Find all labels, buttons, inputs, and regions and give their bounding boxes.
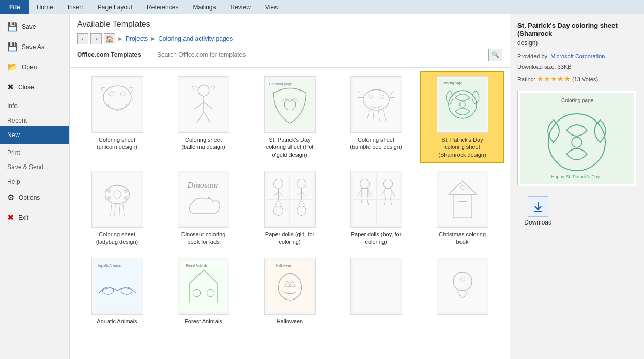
template-item-14[interactable]: [334, 252, 418, 330]
menu-bar: File Home Insert Page Layout References …: [0, 0, 644, 14]
sidebar-label-open: Open: [22, 64, 37, 71]
template-thumb-15: [437, 258, 488, 315]
sidebar-label-options: Options: [19, 194, 40, 201]
template-item-12[interactable]: Forest Animals Forest Animals: [161, 252, 246, 330]
search-input[interactable]: [154, 49, 489, 61]
template-item-15[interactable]: [420, 252, 504, 330]
menu-review[interactable]: Review: [223, 0, 257, 14]
template-label-1: Coloring sheet (unicorn design): [89, 136, 146, 151]
stars: ★★★★★: [537, 74, 571, 83]
svg-rect-7: [267, 79, 313, 130]
template-thumb-2: [178, 76, 229, 133]
svg-text:Coloring page: Coloring page: [441, 81, 462, 85]
sidebar-item-close[interactable]: ✖ Close: [0, 77, 69, 97]
search-bar-row: Office.com Templates 🔍: [77, 49, 502, 61]
sidebar-item-new[interactable]: New: [0, 126, 69, 144]
template-label-7: Dinosaur coloring book for kids: [175, 231, 232, 246]
template-item-13[interactable]: Halloween Halloween: [248, 252, 332, 330]
template-item-11[interactable]: Aquatic Animals Aquatic Animals: [75, 252, 159, 330]
template-item-2[interactable]: Coloring sheet (ballerina design): [161, 71, 246, 163]
sidebar-section-recent: Recent: [0, 112, 69, 126]
sidebar-section-info: Info: [0, 97, 69, 112]
download-button[interactable]: Download: [517, 191, 559, 231]
svg-text:Dinosaur: Dinosaur: [187, 180, 219, 189]
svg-text:Happy St. Patrick's Day: Happy St. Patrick's Day: [551, 174, 600, 180]
sidebar-item-options[interactable]: ⚙ Options: [0, 187, 69, 207]
template-item-6[interactable]: Coloring sheet (ladybug design): [75, 166, 159, 251]
template-item-8[interactable]: Paper dolls (girl, for coloring): [248, 166, 332, 251]
template-label-3: St. Patrick's Day coloring sheet (Pot o'…: [262, 136, 318, 158]
menu-insert[interactable]: Insert: [60, 0, 90, 14]
menu-mailings[interactable]: Mailings: [186, 0, 223, 14]
template-item-5[interactable]: Coloring page St. Patrick's Day coloring…: [420, 71, 504, 163]
svg-text:Coloring page: Coloring page: [269, 82, 292, 86]
home-button[interactable]: 🏠: [104, 33, 115, 44]
template-thumb-10: [437, 171, 488, 228]
template-label-2: Coloring sheet (ballerina design): [175, 136, 232, 151]
download-icon: [528, 196, 548, 217]
sidebar-label-save: Save: [22, 23, 36, 31]
templates-grid: Coloring sheet (unicorn design) Coloring…: [75, 71, 504, 331]
menu-references[interactable]: References: [140, 0, 186, 14]
svg-rect-14: [439, 79, 486, 130]
templates-grid-wrapper[interactable]: Coloring sheet (unicorn design) Coloring…: [70, 68, 510, 359]
svg-rect-63: [353, 261, 400, 312]
search-button[interactable]: 🔍: [489, 49, 502, 61]
sidebar-label-close: Close: [18, 84, 34, 91]
svg-point-24: [124, 196, 127, 200]
templates-header: Available Templates ‹ › 🏠 ► Projects ► C…: [70, 14, 510, 68]
sidebar: 💾 Save 💾 Save As 📂 Open ✖ Close Info Rec…: [0, 14, 70, 359]
template-label-13: Halloween: [277, 318, 303, 325]
sidebar-item-open[interactable]: 📂 Open: [0, 57, 69, 77]
sidebar-item-exit[interactable]: ✖ Exit: [0, 207, 69, 228]
template-item-1[interactable]: Coloring sheet (unicorn design): [75, 71, 159, 163]
sidebar-section-print[interactable]: Print: [0, 144, 69, 158]
provider-link[interactable]: Microsoft Corporation: [550, 53, 605, 59]
template-item-9[interactable]: Paper dolls (boy, for coloring): [334, 166, 418, 251]
breadcrumb-projects[interactable]: Projects: [126, 35, 148, 42]
svg-rect-10: [353, 79, 400, 130]
svg-text:Aquatic Animals: Aquatic Animals: [98, 264, 121, 268]
svg-point-23: [107, 196, 111, 200]
search-icon: 🔍: [492, 51, 499, 58]
forward-button[interactable]: ›: [90, 33, 102, 44]
template-item-3[interactable]: Coloring page St. Patrick's Day coloring…: [248, 71, 332, 163]
template-label-4: Coloring sheet (bumble bee design): [348, 136, 405, 151]
menu-home[interactable]: Home: [29, 0, 60, 14]
svg-text:Forest Animals: Forest Animals: [186, 264, 207, 268]
template-item-7[interactable]: Dinosaur Dinosaur coloring book for kids: [161, 166, 246, 251]
menu-view[interactable]: View: [258, 0, 286, 14]
menu-page-layout[interactable]: Page Layout: [90, 0, 140, 14]
preview-image: Coloring pageHappy St. Patrick's Day: [517, 91, 636, 186]
rating-row: Rating: ★★★★★ (13 Votes): [517, 72, 637, 85]
right-panel: St. Patrick's Day coloring sheet (Shamro…: [510, 14, 644, 359]
template-item-10[interactable]: Christmas coloring book: [420, 166, 504, 251]
svg-rect-0: [94, 79, 141, 130]
breadcrumb-coloring[interactable]: Coloring and activity pages: [158, 35, 233, 42]
back-button[interactable]: ‹: [77, 33, 88, 44]
download-size: Download size: 33KB: [517, 62, 637, 72]
file-tab[interactable]: File: [0, 0, 29, 14]
template-thumb-6: [91, 171, 143, 228]
svg-rect-44: [439, 173, 486, 225]
app-body: 💾 Save 💾 Save As 📂 Open ✖ Close Info Rec…: [0, 14, 644, 359]
grid-area: Coloring sheet (unicorn design) Coloring…: [70, 68, 510, 359]
sidebar-item-save[interactable]: 💾 Save: [0, 17, 69, 37]
template-label-12: Forest Animals: [185, 318, 222, 325]
template-thumb-9: [350, 171, 402, 228]
template-item-4[interactable]: Coloring sheet (bumble bee design): [334, 71, 418, 163]
template-thumb-11: Aquatic Animals: [91, 258, 143, 315]
template-label-9: Paper dolls (boy, for coloring): [348, 231, 405, 246]
template-label-10: Christmas coloring book: [434, 231, 491, 246]
template-thumb-4: [350, 76, 402, 133]
sidebar-section-save-send[interactable]: Save & Send: [0, 158, 69, 173]
sidebar-label-exit: Exit: [18, 214, 28, 221]
sidebar-item-save-as[interactable]: 💾 Save As: [0, 37, 69, 57]
source-label: Office.com Templates: [77, 51, 149, 58]
svg-rect-55: [180, 261, 227, 312]
template-thumb-12: Forest Animals: [178, 258, 229, 315]
template-label-5: St. Patrick's Day coloring sheet (Shamro…: [434, 136, 491, 158]
svg-point-21: [107, 189, 111, 193]
save-icon: 💾: [7, 22, 18, 32]
svg-rect-67: [520, 93, 634, 184]
